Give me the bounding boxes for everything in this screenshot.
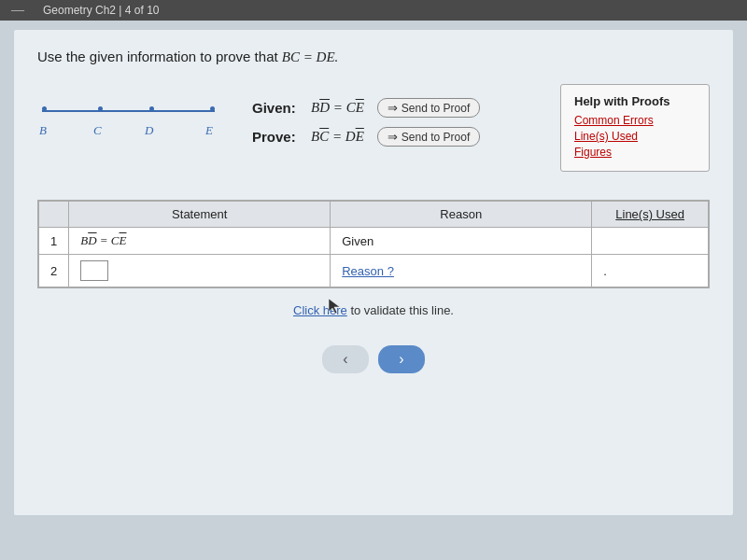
row2-num: 2 bbox=[39, 255, 69, 287]
arrow-icon-given: ⇒ bbox=[388, 101, 398, 115]
common-errors-link[interactable]: Common Errors bbox=[574, 114, 696, 127]
th-reason: Reason bbox=[331, 202, 592, 228]
prove-expr: BC = DE bbox=[311, 129, 364, 145]
prove-label: Prove: bbox=[252, 129, 303, 145]
validate-suffix: to validate this line. bbox=[347, 303, 454, 317]
label-D: D bbox=[145, 123, 153, 138]
label-E: E bbox=[205, 123, 213, 138]
given-label: Given: bbox=[252, 100, 303, 116]
th-lines-used[interactable]: Line(s) Used bbox=[592, 202, 709, 228]
row1-statement: BD = CE bbox=[69, 228, 331, 255]
proof-table: Statement Reason Line(s) Used 1 BD = CE … bbox=[38, 201, 709, 287]
th-statement: Statement bbox=[69, 202, 331, 228]
lines-used-link[interactable]: Line(s) Used bbox=[574, 130, 696, 143]
arrow-icon-prove: ⇒ bbox=[388, 130, 398, 144]
row2-lines: . bbox=[592, 255, 709, 287]
line-segment bbox=[42, 110, 215, 112]
row1-lines bbox=[592, 228, 709, 255]
label-C: C bbox=[93, 123, 102, 138]
table-row: 1 BD = CE Given bbox=[39, 228, 709, 255]
row2-reason[interactable]: Reason ? bbox=[331, 255, 592, 287]
row2-statement-input[interactable] bbox=[80, 260, 108, 281]
row1-reason: Given bbox=[331, 228, 592, 255]
help-title: Help with Proofs bbox=[574, 94, 696, 108]
table-row: 2 Reason ? . bbox=[39, 255, 709, 287]
next-button[interactable]: › bbox=[378, 345, 425, 373]
figures-link[interactable]: Figures bbox=[574, 146, 696, 159]
point-C bbox=[98, 106, 103, 111]
label-B: B bbox=[39, 123, 47, 138]
row2-statement[interactable] bbox=[69, 255, 331, 287]
top-bar-dash: — bbox=[11, 3, 24, 18]
question-text: Use the given information to prove that … bbox=[37, 49, 710, 65]
validate-row: Click here to validate this line. bbox=[37, 298, 710, 327]
main-content: Use the given information to prove that … bbox=[14, 30, 733, 515]
prove-row: Prove: BC = DE ⇒ Send to Proof bbox=[252, 127, 480, 147]
point-E bbox=[210, 106, 215, 111]
validate-link[interactable]: Click here bbox=[293, 303, 347, 317]
reason-link[interactable]: Reason ? bbox=[342, 264, 394, 278]
given-row: Given: BD = CE ⇒ Send to Proof bbox=[252, 98, 480, 118]
prove-send-to-proof-button[interactable]: ⇒ Send to Proof bbox=[377, 127, 480, 147]
given-expr: BD = CE bbox=[311, 100, 364, 116]
top-bar: — Geometry Ch2 | 4 of 10 bbox=[0, 0, 747, 21]
point-D bbox=[149, 106, 154, 111]
given-prove-section: Given: BD = CE ⇒ Send to Proof Prove: BC… bbox=[252, 98, 480, 147]
proof-table-container: Statement Reason Line(s) Used 1 BD = CE … bbox=[37, 200, 710, 288]
table-header-row: Statement Reason Line(s) Used bbox=[39, 202, 709, 228]
point-B bbox=[42, 106, 47, 111]
prev-button[interactable]: ‹ bbox=[322, 345, 369, 373]
bottom-nav: ‹ › bbox=[37, 345, 710, 373]
help-box: Help with Proofs Common Errors Line(s) U… bbox=[560, 84, 710, 172]
given-send-to-proof-button[interactable]: ⇒ Send to Proof bbox=[377, 98, 480, 118]
top-bar-title: Geometry Ch2 | 4 of 10 bbox=[43, 4, 160, 17]
diagram: B C D E bbox=[37, 103, 224, 140]
row1-num: 1 bbox=[39, 228, 69, 255]
th-num bbox=[39, 202, 69, 228]
